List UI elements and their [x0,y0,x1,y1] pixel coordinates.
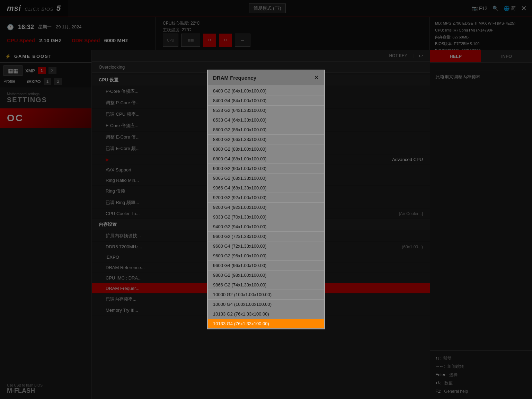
modal-list-item[interactable]: 10133 G2 (76x1.33x100.00) [208,309,324,319]
modal-list-item[interactable]: 8400 G2 (84x1.00x100.00) [208,86,324,96]
modal-list-item[interactable]: 9200 G4 (92x1.00x100.00) [208,203,324,212]
modal-list-item[interactable]: 8400 G4 (84x1.00x100.00) [208,96,324,106]
modal-header: DRAM Frequency ✕ [208,70,324,85]
modal-overlay[interactable]: DRAM Frequency ✕ 8000 G4 (80x1.00x100.00… [0,0,532,399]
modal-list-item[interactable]: 8800 G2 (66x1.33x100.00) [208,135,324,144]
modal-list-item[interactable]: 8800 G4 (88x1.00x100.00) [208,154,324,164]
modal-title: DRAM Frequency [213,75,256,81]
modal-list-item[interactable]: 9200 G2 (92x1.00x100.00) [208,193,324,203]
modal-list-item[interactable]: 9066 G2 (68x1.33x100.00) [208,174,324,183]
modal-list-item[interactable]: 9800 G2 (98x1.00x100.00) [208,271,324,280]
modal-close-button[interactable]: ✕ [314,74,319,81]
modal-list-item[interactable]: 8600 G2 (86x1.00x100.00) [208,125,324,135]
modal-list-item[interactable]: 10133 G4 (76x1.33x100.00) [208,319,324,329]
modal-list-item[interactable]: 9600 G4 (72x1.33x100.00) [208,241,324,251]
modal-list-item[interactable]: 9600 G4 (96x1.00x100.00) [208,261,324,271]
modal-list: 8000 G4 (80x1.00x100.00)8200 G2 (82x1.00… [208,85,324,329]
modal-list-item[interactable]: 9000 G2 (90x1.00x100.00) [208,164,324,174]
modal-list-item[interactable]: 10000 G4 (100x1.00x100.00) [208,300,324,309]
modal-list-item[interactable]: 9600 G2 (96x1.00x100.00) [208,251,324,261]
modal-list-item[interactable]: 9400 G2 (94x1.00x100.00) [208,222,324,232]
modal-list-item[interactable]: 9866 G2 (74x1.33x100.00) [208,280,324,290]
modal-list-item[interactable]: 9333 G2 (70x1.33x100.00) [208,212,324,222]
modal-list-item[interactable]: 8800 G2 (88x1.00x100.00) [208,144,324,154]
modal-list-item[interactable]: 8533 G2 (64x1.33x100.00) [208,106,324,115]
dram-frequency-modal: DRAM Frequency ✕ 8000 G4 (80x1.00x100.00… [207,70,325,329]
modal-list-item[interactable]: 9600 G2 (72x1.33x100.00) [208,232,324,241]
modal-list-item[interactable]: 10000 G2 (100x1.00x100.00) [208,290,324,300]
modal-list-item[interactable]: 8533 G4 (64x1.33x100.00) [208,115,324,125]
modal-list-item[interactable]: 9066 G4 (68x1.33x100.00) [208,183,324,193]
